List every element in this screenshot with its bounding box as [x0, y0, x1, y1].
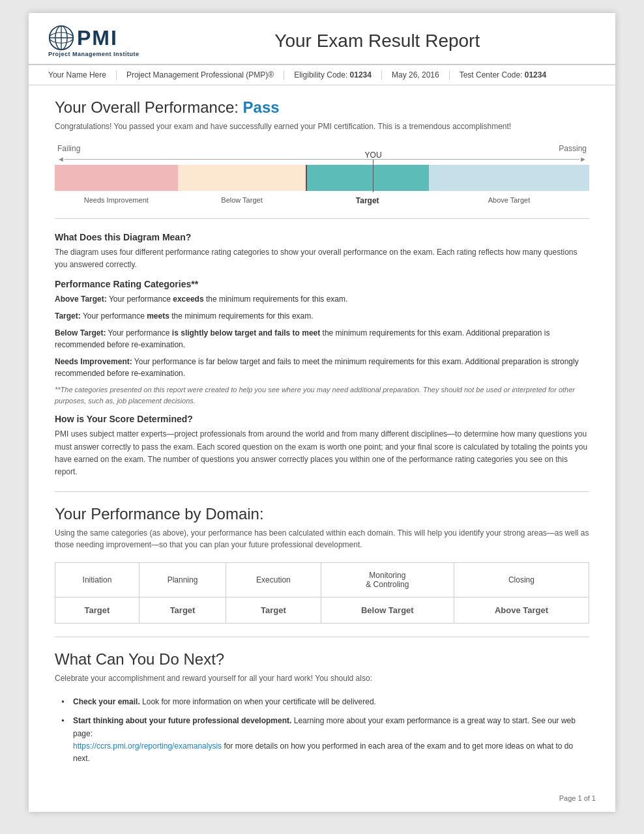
chart-bars-area: YOU: [55, 165, 589, 191]
overall-description: Congratulations! You passed your exam an…: [55, 121, 589, 132]
info-test-center: Test Center Code: 01234: [450, 70, 556, 79]
you-pointer: [373, 160, 373, 192]
info-bar: Your Name Here Project Management Profes…: [29, 65, 615, 85]
you-text: YOU: [365, 151, 382, 160]
next-intro: Celebrate your accomplishment and reward…: [55, 672, 589, 684]
performance-chart: Failing Passing ◄ ► YOU: [55, 144, 589, 205]
bar-above-target: [429, 165, 589, 191]
chart-top-labels: Failing Passing: [55, 144, 589, 153]
domain-result-row: Target Target Target Below Target Above …: [55, 597, 589, 624]
header: PMI Project Management Institute Your Ex…: [29, 13, 615, 65]
info-cert: Project Management Professional (PMP)®: [117, 70, 284, 79]
score-heading: How is Your Score Determined?: [55, 414, 589, 424]
left-arrow-icon: ◄: [57, 155, 65, 163]
label-target: Target: [306, 196, 429, 205]
pmi-globe-icon: [48, 25, 74, 51]
rating-section: Performance Rating Categories** Above Ta…: [55, 279, 589, 406]
result-execution: Target: [226, 597, 321, 624]
logo-box: PMI: [48, 25, 118, 51]
divider-2: [55, 491, 589, 492]
logo-area: PMI Project Management Institute: [48, 25, 139, 57]
result-badge: Pass: [243, 98, 280, 116]
footnote: **The categories presented on this repor…: [55, 384, 589, 406]
pmi-text: PMI: [77, 27, 118, 48]
label-needs-improvement: Needs Improvement: [55, 196, 178, 205]
info-name: Your Name Here: [48, 70, 117, 79]
main-content: Your Overall Performance: Pass Congratul…: [29, 85, 615, 784]
chart-arrow-row: ◄ ►: [55, 155, 589, 163]
domain-table: Initiation Planning Execution Monitoring…: [55, 562, 589, 624]
info-eligibility: Eligibility Code: 01234: [284, 70, 382, 79]
info-date: May 26, 2016: [382, 70, 450, 79]
next-list: Check your email. Look for more informat…: [61, 696, 589, 765]
pass-fail-divider: [306, 165, 307, 191]
next-item-development: Start thinking about your future profess…: [61, 715, 589, 765]
next-section: What Can You Do Next? Celebrate your acc…: [55, 650, 589, 765]
divider-3: [55, 637, 589, 637]
bar-needs-improvement: [55, 165, 178, 191]
next-title: What Can You Do Next?: [55, 650, 589, 669]
rating-target: Target: Your performance meets the minim…: [55, 310, 589, 322]
page-number: Page 1 of 1: [559, 794, 596, 802]
bars-row: [55, 165, 589, 191]
score-text: PMI uses subject matter experts—project …: [55, 428, 589, 478]
domain-section: Your Performance by Domain: Using the sa…: [55, 505, 589, 624]
label-below-target: Below Target: [178, 196, 306, 205]
rating-needs: Needs Improvement: Your performance is f…: [55, 356, 589, 379]
pmi-letters: PMI: [77, 27, 118, 48]
pmi-link[interactable]: https://ccrs.pmi.org/reporting/examanaly…: [73, 741, 222, 751]
pmi-subtitle: Project Management Institute: [48, 51, 139, 57]
col-execution: Execution: [226, 563, 321, 597]
pass-label: Passing: [559, 144, 587, 153]
col-closing: Closing: [454, 563, 589, 597]
page: PMI Project Management Institute Your Ex…: [29, 13, 615, 812]
right-arrow-icon: ►: [579, 155, 587, 163]
bar-below-target: [178, 165, 306, 191]
chart-arrow-line: [65, 159, 579, 160]
score-section: How is Your Score Determined? PMI uses s…: [55, 414, 589, 478]
domain-description: Using the same categories (as above), yo…: [55, 527, 589, 551]
next-item-email: Check your email. Look for more informat…: [61, 696, 589, 708]
result-initiation: Target: [55, 597, 139, 624]
chart-bottom-labels: Needs Improvement Below Target Target Ab…: [55, 196, 589, 205]
label-above-target: Above Target: [429, 196, 589, 205]
result-planning: Target: [139, 597, 226, 624]
you-marker: YOU: [365, 151, 382, 192]
col-planning: Planning: [139, 563, 226, 597]
rating-heading: Performance Rating Categories**: [55, 279, 589, 289]
diagram-section: What Does this Diagram Mean? The diagram…: [55, 232, 589, 271]
overall-title: Your Overall Performance: Pass: [55, 98, 589, 117]
divider-1: [55, 218, 589, 219]
rating-above: Above Target: Your performance exceeds t…: [55, 293, 589, 305]
col-initiation: Initiation: [55, 563, 139, 597]
rating-below: Below Target: Your performance is slight…: [55, 327, 589, 351]
page-title: Your Exam Result Report: [159, 31, 596, 51]
col-monitoring: Monitoring& Controling: [321, 563, 454, 597]
page-footer: Page 1 of 1: [29, 784, 615, 812]
diagram-text: The diagram uses four different performa…: [55, 246, 589, 271]
result-closing: Above Target: [454, 597, 589, 624]
domain-title: Your Performance by Domain:: [55, 505, 589, 523]
overall-section: Your Overall Performance: Pass Congratul…: [55, 98, 589, 478]
fail-label: Failing: [57, 144, 80, 153]
result-monitoring: Below Target: [321, 597, 454, 624]
diagram-heading: What Does this Diagram Mean?: [55, 232, 589, 242]
domain-header-row: Initiation Planning Execution Monitoring…: [55, 563, 589, 597]
